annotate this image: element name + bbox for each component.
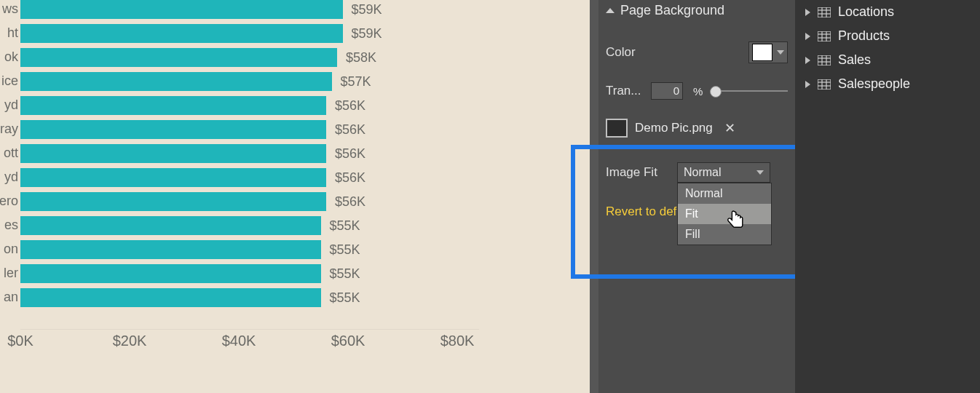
bar-category-label: ice <box>0 74 18 89</box>
bar[interactable] <box>20 24 343 43</box>
image-fit-dropdown-list: NormalFitFill <box>677 183 772 245</box>
row-color: Color <box>598 37 795 68</box>
bar-row: ice$57K <box>0 72 510 92</box>
svg-rect-0 <box>818 7 831 17</box>
bar-value-label: $56K <box>335 146 365 162</box>
bar[interactable] <box>20 120 326 139</box>
bar[interactable] <box>20 96 326 115</box>
bar-value-label: $59K <box>352 2 382 17</box>
bar-value-label: $56K <box>335 194 365 210</box>
bar-value-label: $55K <box>330 242 360 258</box>
fields-panel: LocationsProductsSalesSalespeople <box>795 0 980 393</box>
bar-value-label: $55K <box>330 218 360 234</box>
bar-category-label: ws <box>0 1 18 17</box>
table-icon <box>818 31 831 41</box>
table-icon <box>818 55 831 66</box>
image-filename: Demo Pic.png <box>635 121 713 135</box>
color-label: Color <box>606 45 741 60</box>
expand-triangle-icon <box>805 57 810 64</box>
bar-row: ott$56K <box>0 144 510 164</box>
bar-category-label: ht <box>0 25 18 41</box>
row-transparency: Tran... 0 % <box>598 78 795 104</box>
bar[interactable] <box>20 48 337 67</box>
bar-value-label: $56K <box>335 170 365 186</box>
field-table-name: Sales <box>838 52 871 68</box>
color-swatch <box>752 44 772 61</box>
panel-divider <box>590 0 598 393</box>
expand-triangle-icon <box>805 33 810 40</box>
bar[interactable] <box>20 192 326 211</box>
field-table-item[interactable]: Salespeople <box>795 72 980 96</box>
chevron-down-icon <box>756 170 764 175</box>
image-fit-option[interactable]: Normal <box>678 183 771 204</box>
bar-category-label: ok <box>0 49 18 65</box>
bar-category-label: yd <box>0 98 18 113</box>
bar-category-label: yd <box>0 170 18 185</box>
transparency-label: Tran... <box>606 84 644 98</box>
image-fit-option[interactable]: Fill <box>678 224 771 245</box>
bar-category-label: ero <box>0 194 18 209</box>
bar-category-label: es <box>0 218 18 233</box>
image-fit-label: Image Fit <box>606 165 670 180</box>
bar-category-label: ott <box>0 146 18 161</box>
bar-value-label: $56K <box>335 122 365 138</box>
color-picker[interactable] <box>748 41 788 63</box>
remove-image-button[interactable]: ✕ <box>724 120 735 136</box>
bar-category-label: ler <box>0 266 18 281</box>
axis-tick-label: $20K <box>113 333 147 349</box>
bar-row: yd$56K <box>0 168 510 188</box>
bar-value-label: $58K <box>346 50 376 66</box>
chevron-down-icon <box>777 50 784 55</box>
bar-category-label: an <box>0 290 18 305</box>
bar-row: on$55K <box>0 240 510 261</box>
bar[interactable] <box>20 144 326 163</box>
axis-tick-label: $40K <box>222 333 256 349</box>
x-axis: $0K$20K$40K$60K$80K <box>20 329 479 352</box>
bar-value-label: $56K <box>335 98 365 114</box>
transparency-value-input[interactable]: 0 <box>651 82 683 100</box>
image-thumbnail[interactable] <box>606 119 628 138</box>
bar[interactable] <box>20 216 321 235</box>
bar-row: ws$59K <box>0 0 510 20</box>
field-table-item[interactable]: Locations <box>795 0 980 24</box>
section-title: Page Background <box>620 3 724 18</box>
bar-value-label: $57K <box>341 74 371 90</box>
bar[interactable] <box>20 168 326 187</box>
field-table-item[interactable]: Products <box>795 24 980 48</box>
svg-rect-5 <box>818 31 831 41</box>
bar-row: ht$59K <box>0 24 510 44</box>
chevron-up-icon <box>606 8 615 13</box>
bar-value-label: $55K <box>330 290 360 306</box>
bar[interactable] <box>20 0 343 19</box>
image-fit-selected[interactable]: Normal <box>677 162 770 183</box>
image-fit-dropdown[interactable]: Normal NormalFitFill <box>677 162 770 183</box>
field-table-name: Products <box>838 28 890 44</box>
bar-row: ero$56K <box>0 192 510 213</box>
chart-canvas: ws$59Kht$59Kok$58Kice$57Kyd$56Kray$56Kot… <box>0 0 593 393</box>
bar[interactable] <box>20 240 321 259</box>
bar-category-label: on <box>0 242 18 257</box>
axis-tick-label: $0K <box>7 333 33 349</box>
row-image-fit: Image Fit Normal NormalFitFill <box>598 158 795 187</box>
bar[interactable] <box>20 264 321 283</box>
bar-row: es$55K <box>0 216 510 237</box>
bar-row: yd$56K <box>0 96 510 116</box>
field-table-item[interactable]: Sales <box>795 48 980 72</box>
bar[interactable] <box>20 72 332 91</box>
bar-row: ray$56K <box>0 120 510 140</box>
bar-row: ok$58K <box>0 48 510 68</box>
expand-triangle-icon <box>805 81 810 88</box>
table-icon <box>818 7 831 17</box>
field-table-name: Salespeople <box>838 76 910 92</box>
svg-rect-10 <box>818 55 831 66</box>
svg-rect-15 <box>818 79 831 90</box>
transparency-unit: % <box>693 85 703 98</box>
transparency-slider[interactable] <box>710 90 788 92</box>
expand-triangle-icon <box>805 9 810 16</box>
bar-category-label: ray <box>0 122 18 137</box>
bar[interactable] <box>20 288 321 307</box>
row-background-image: Demo Pic.png ✕ <box>598 114 795 142</box>
image-fit-option[interactable]: Fit <box>678 204 771 224</box>
image-fit-selected-text: Normal <box>684 166 722 179</box>
section-header-page-background[interactable]: Page Background <box>598 0 795 25</box>
